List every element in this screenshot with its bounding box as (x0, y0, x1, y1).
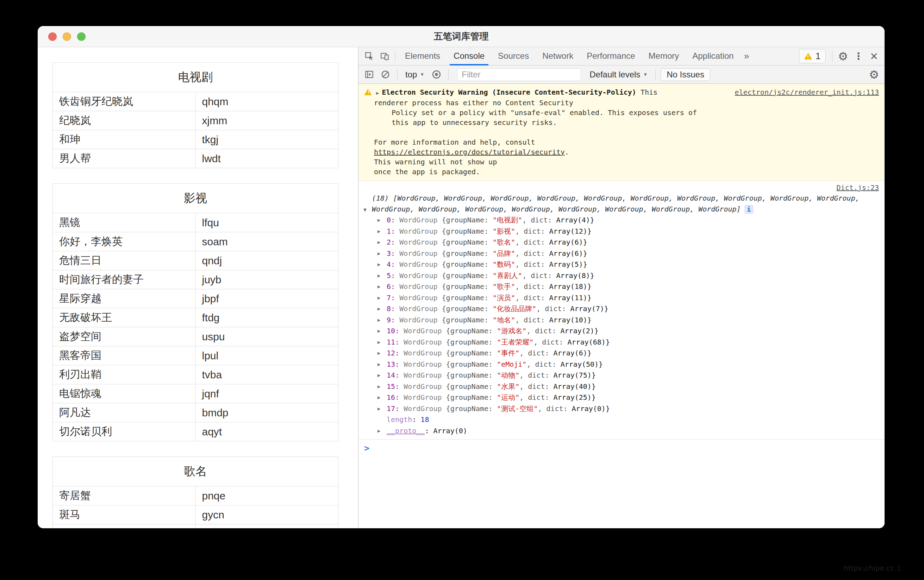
word-cell: 男人帮 (53, 149, 196, 168)
expand-caret-icon: ▶ (378, 281, 380, 292)
devtools-menu-icon[interactable]: ⋮ (851, 47, 866, 66)
minimize-window-button[interactable] (63, 32, 71, 41)
tab-application[interactable]: Application (686, 47, 740, 66)
array-entry-7[interactable]: ▶7: WordGroup {groupName: "演员", dict: Ar… (358, 292, 884, 304)
word-row (53, 524, 338, 528)
array-entry-12[interactable]: ▶12: WordGroup {groupName: "事件", dict: A… (358, 348, 884, 359)
warnings-badge[interactable]: 1 (799, 49, 826, 63)
array-entry-11[interactable]: ▶11: WordGroup {groupName: "王者荣耀", dict:… (358, 337, 884, 348)
expand-caret-icon: ▶ (378, 303, 380, 315)
word-row: 斑马 gycn (53, 505, 338, 524)
word-row: 黑镜 lfqu (53, 213, 338, 232)
expand-caret-icon: ▶ (378, 359, 380, 370)
divider (832, 51, 832, 62)
array-entry-13[interactable]: ▶13: WordGroup {groupName: "eMoji", dict… (358, 359, 884, 370)
array-entry-0[interactable]: ▶0: WordGroup {groupName: "电视剧", dict: A… (358, 215, 884, 226)
filter-input[interactable] (457, 68, 581, 81)
word-cell: 时间旅行者的妻子 (53, 270, 196, 289)
tab-performance[interactable]: Performance (580, 47, 642, 66)
clear-console-icon[interactable] (378, 66, 392, 84)
expand-caret-icon: ▶ (378, 315, 380, 326)
word-cell: 切尔诺贝利 (53, 422, 196, 442)
collapse-caret-icon[interactable]: ▼ (363, 204, 366, 215)
word-cell: 纪晓岚 (53, 111, 196, 130)
expand-caret-icon[interactable]: ▶ (376, 90, 379, 96)
expand-caret-icon: ▶ (378, 348, 380, 359)
array-entry-16[interactable]: ▶16: WordGroup {groupName: "运动", dict: A… (358, 392, 884, 403)
tab-console[interactable]: Console (447, 47, 491, 66)
array-entry-3[interactable]: ▶3: WordGroup {groupName: "品牌", dict: Ar… (358, 248, 884, 259)
code-cell: jqnf (195, 384, 338, 403)
divider (655, 69, 656, 80)
array-entry-8[interactable]: ▶8: WordGroup {groupName: "化妆品品牌", dict:… (358, 303, 884, 315)
warning-triangle-icon (804, 53, 812, 59)
word-cell: 盗梦空间 (53, 327, 196, 346)
divider (397, 69, 398, 80)
info-icon[interactable]: i (744, 205, 754, 214)
array-entry-14[interactable]: ▶14: WordGroup {groupName: "动物", dict: A… (358, 370, 884, 381)
word-cell: 寄居蟹 (53, 486, 196, 505)
code-cell: gycn (195, 505, 338, 524)
context-selector[interactable]: top ▼ (403, 70, 427, 79)
array-entry-1[interactable]: ▶1: WordGroup {groupName: "影视", dict: Ar… (358, 226, 884, 237)
word-row: 你好，李焕英 soam (53, 232, 338, 251)
array-entry-17[interactable]: ▶17: WordGroup {groupName: "测试-空组", dict… (358, 403, 884, 415)
traffic-lights (48, 32, 86, 41)
tab-sources[interactable]: Sources (491, 47, 536, 66)
array-entry-6[interactable]: ▶6: WordGroup {groupName: "歌手", dict: Ar… (358, 281, 884, 292)
word-group-pane: 电视剧 铁齿铜牙纪晓岚 qhqm 纪晓岚 xjmm 和珅 tkgj 男人帮 lw… (38, 47, 358, 528)
console-settings-gear-icon[interactable]: ⚙ (867, 66, 881, 84)
array-entry-10[interactable]: ▶10: WordGroup {groupName: "游戏名", dict: … (358, 326, 884, 337)
expand-caret-icon: ▶ (378, 370, 380, 381)
warning-title: Electron Security Warning (Insecure Cont… (382, 88, 636, 96)
close-devtools-icon[interactable]: × (866, 47, 882, 66)
expand-caret-icon: ▶ (378, 392, 380, 403)
expand-caret-icon: ▶ (378, 403, 380, 415)
word-cell: 铁齿铜牙纪晓岚 (53, 92, 196, 111)
log-levels-selector[interactable]: Default levels ▼ (587, 70, 650, 79)
group-title: 影视 (53, 184, 338, 213)
array-entry-5[interactable]: ▶5: WordGroup {groupName: "喜剧人", dict: A… (358, 270, 884, 282)
no-issues-button[interactable]: No Issues (661, 68, 710, 81)
word-cell: 黑镜 (53, 213, 196, 232)
close-window-button[interactable] (48, 32, 57, 41)
warning-source-link[interactable]: electron/js2c/renderer_init.js:113 (735, 87, 879, 97)
code-cell: pnqe (195, 486, 338, 505)
console-prompt[interactable]: > (358, 440, 884, 453)
settings-gear-icon[interactable]: ⚙ (835, 47, 851, 66)
zoom-window-button[interactable] (77, 32, 86, 41)
code-cell: xjmm (195, 111, 338, 130)
chevron-down-icon: ▼ (643, 72, 648, 77)
word-row: 电锯惊魂 jqnf (53, 384, 338, 403)
proto-row[interactable]: ▶ __proto__: Array(0) (358, 425, 884, 437)
chevron-down-icon: ▼ (420, 72, 424, 77)
word-row: 利刃出鞘 tvba (53, 365, 338, 384)
device-toolbar-icon[interactable] (377, 47, 392, 66)
title-bar[interactable]: 五笔词库管理 (38, 26, 884, 47)
code-cell: tkgj (195, 130, 338, 149)
console-log-entry: Dict.js:23 ▼(18) [WordGroup, WordGroup, … (358, 181, 884, 453)
word-row: 和珅 tkgj (53, 130, 338, 149)
log-source-link[interactable]: Dict.js:23 (837, 183, 879, 192)
word-row: 铁齿铜牙纪晓岚 qhqm (53, 92, 338, 111)
tab-memory[interactable]: Memory (642, 47, 686, 66)
console-sidebar-toggle-icon[interactable] (362, 66, 376, 84)
array-entry-9[interactable]: ▶9: WordGroup {groupName: "地名", dict: Ar… (358, 315, 884, 326)
warning-title-suffix: This (636, 88, 657, 96)
devtools-panel: ElementsConsoleSourcesNetworkPerformance… (358, 47, 884, 528)
array-entry-4[interactable]: ▶4: WordGroup {groupName: "数码", dict: Ar… (358, 259, 884, 270)
expand-caret-icon: ▶ (378, 259, 380, 270)
word-cell: 你好，李焕英 (53, 232, 196, 251)
inspect-element-icon[interactable] (361, 47, 377, 66)
code-cell: ftdg (195, 308, 338, 327)
more-tabs-button[interactable]: » (741, 51, 752, 62)
expand-caret-icon: ▶ (378, 326, 380, 337)
array-entry-2[interactable]: ▶2: WordGroup {groupName: "歌名", dict: Ar… (358, 237, 884, 248)
live-expression-eye-icon[interactable] (429, 66, 443, 84)
word-group-table: 电视剧 铁齿铜牙纪晓岚 qhqm 纪晓岚 xjmm 和珅 tkgj 男人帮 lw… (53, 62, 338, 168)
warning-text-line: this app to unnecessary security risks. (391, 117, 879, 127)
tab-elements[interactable]: Elements (398, 47, 447, 66)
warning-link-line[interactable]: https://electronjs.org/docs/tutorial/sec… (374, 147, 879, 157)
tab-network[interactable]: Network (536, 47, 580, 66)
array-entry-15[interactable]: ▶15: WordGroup {groupName: "水果", dict: A… (358, 381, 884, 392)
